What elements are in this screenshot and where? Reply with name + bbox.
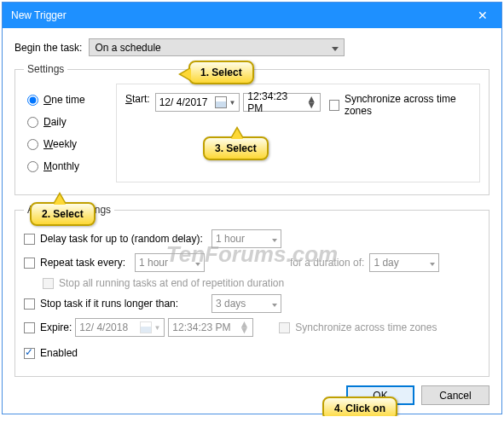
expire-sync-label: Synchronize across time zones xyxy=(295,321,437,333)
radio-weekly[interactable]: Weekly xyxy=(27,138,116,151)
expire-time-picker[interactable]: 12:34:23 PM▲▼ xyxy=(168,318,253,337)
chevron-down-icon xyxy=(272,233,277,245)
stop-if-select[interactable]: 3 days xyxy=(211,294,281,313)
spinner-icon: ▲▼ xyxy=(306,96,316,108)
settings-group: Settings One time Daily Weekly Monthly S… xyxy=(14,63,490,195)
start-time-value: 12:34:23 PM xyxy=(247,90,304,114)
checkbox-icon xyxy=(329,100,339,111)
radio-monthly[interactable]: Monthly xyxy=(27,160,116,173)
repeat-label: Repeat task every: xyxy=(40,257,125,269)
checkbox-icon xyxy=(24,258,35,269)
checkbox-icon xyxy=(24,298,35,310)
chevron-down-icon xyxy=(195,257,200,269)
expire-checkbox[interactable]: Expire: xyxy=(24,321,72,333)
stop-if-checkbox[interactable]: Stop task if it runs longer than: xyxy=(24,298,211,310)
frequency-radio-group: One time Daily Weekly Monthly xyxy=(24,84,116,182)
settings-legend: Settings xyxy=(24,63,67,75)
cancel-button[interactable]: Cancel xyxy=(421,385,490,405)
delay-label: Delay task for up to (random delay): xyxy=(40,233,203,245)
expire-date-picker[interactable]: 12/ 4/2018▼ xyxy=(75,318,165,337)
chevron-down-icon xyxy=(332,42,339,54)
duration-label: for a duration of: xyxy=(290,257,364,269)
begin-task-label: Begin the task: xyxy=(14,42,82,54)
radio-input-daily[interactable] xyxy=(27,117,38,128)
checkbox-icon xyxy=(24,234,35,245)
advanced-group: Advanced settings Delay task for up to (… xyxy=(14,204,490,377)
close-button[interactable]: ✕ xyxy=(463,3,501,28)
repeat-select[interactable]: 1 hour xyxy=(135,253,205,272)
radio-input-weekly[interactable] xyxy=(27,139,38,150)
start-date-value: 12/ 4/2017 xyxy=(159,96,208,108)
stop-if-label: Stop task if it runs longer than: xyxy=(40,298,178,310)
chevron-down-icon xyxy=(430,257,435,269)
start-panel: Start: 12/ 4/2017 ▼ 12:34:23 PM ▲▼ Synch… xyxy=(116,84,480,182)
delay-select[interactable]: 1 hour xyxy=(211,229,281,248)
chevron-down-icon: ▼ xyxy=(154,324,160,332)
spinner-icon: ▲▼ xyxy=(239,321,249,333)
expire-sync-checkbox: Synchronize across time zones xyxy=(279,321,437,333)
window-title: New Trigger xyxy=(11,9,67,21)
dialog-body: Begin the task: On a schedule Settings O… xyxy=(3,28,501,414)
checkbox-icon xyxy=(24,322,35,333)
dialog-new-trigger: New Trigger ✕ Begin the task: On a sched… xyxy=(2,2,502,414)
radio-daily[interactable]: Daily xyxy=(27,116,116,129)
radio-input-monthly[interactable] xyxy=(27,161,38,172)
annotation-2: 2. Select xyxy=(30,202,96,226)
sync-timezones-label: Synchronize across time zones xyxy=(345,93,471,117)
duration-select[interactable]: 1 day xyxy=(369,253,439,272)
start-time-picker[interactable]: 12:34:23 PM ▲▼ xyxy=(243,93,321,112)
radio-input-one-time[interactable] xyxy=(27,95,38,106)
checkbox-icon xyxy=(24,348,35,359)
calendar-icon xyxy=(215,96,227,108)
begin-task-dropdown[interactable]: On a schedule xyxy=(89,38,345,56)
start-date-picker[interactable]: 12/ 4/2017 ▼ xyxy=(155,93,240,112)
sync-timezones-checkbox[interactable]: Synchronize across time zones xyxy=(329,93,471,117)
annotation-1: 1. Select xyxy=(188,61,254,84)
radio-one-time[interactable]: One time xyxy=(27,94,116,107)
checkbox-icon xyxy=(43,278,54,289)
start-label: Start: xyxy=(125,93,150,105)
annotation-4: 4. Click on xyxy=(322,397,397,416)
expire-label: Expire: xyxy=(40,321,72,333)
enabled-label: Enabled xyxy=(40,347,78,359)
stop-all-label: Stop all running tasks at end of repetit… xyxy=(59,277,284,289)
begin-task-value: On a schedule xyxy=(95,42,160,54)
title-bar: New Trigger ✕ xyxy=(3,3,501,28)
button-row: OK Cancel xyxy=(14,385,490,405)
chevron-down-icon xyxy=(272,298,277,310)
repeat-checkbox[interactable]: Repeat task every: xyxy=(24,257,135,269)
calendar-icon xyxy=(140,321,152,333)
enabled-checkbox[interactable]: Enabled xyxy=(24,347,78,359)
chevron-down-icon: ▼ xyxy=(229,99,235,107)
checkbox-icon xyxy=(279,322,290,333)
stop-all-checkbox: Stop all running tasks at end of repetit… xyxy=(43,277,284,289)
delay-checkbox[interactable]: Delay task for up to (random delay): xyxy=(24,233,211,245)
annotation-3: 3. Select xyxy=(203,136,269,160)
